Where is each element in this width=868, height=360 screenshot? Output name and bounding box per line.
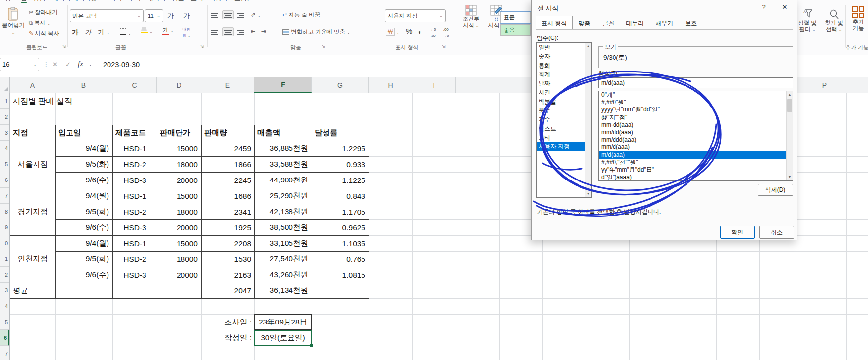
number-format-select[interactable]: 사용자 지정⌄ [385, 9, 446, 22]
table-header-지점[interactable]: 지점 [10, 125, 56, 141]
align-left-button[interactable] [211, 29, 218, 35]
data-cell[interactable]: 27,540천원 [255, 252, 312, 267]
underline-chevron[interactable]: ⌄ [107, 30, 110, 35]
average-cell[interactable]: 평균 [10, 283, 56, 299]
data-cell[interactable]: 15000 [157, 141, 202, 157]
data-cell[interactable]: 9/4(월) [56, 188, 113, 204]
data-cell[interactable]: 18000 [157, 252, 202, 267]
scroll-up-icon[interactable]: ▲ [787, 91, 793, 98]
category-item-숫자[interactable]: 숫자 [537, 52, 591, 61]
column-header-C[interactable]: C [112, 77, 157, 93]
row-header-11[interactable]: 1 [0, 251, 9, 267]
data-cell[interactable]: 1.2295 [312, 141, 369, 157]
scroll-down-icon[interactable]: ▼ [585, 190, 591, 197]
dialog-tab-보호[interactable]: 보호 [679, 17, 703, 30]
data-cell[interactable]: 0.843 [312, 188, 369, 204]
row-header-8[interactable]: 8 [0, 204, 9, 219]
select-all-corner[interactable] [0, 77, 10, 93]
category-item-통화[interactable]: 통화 [537, 61, 591, 70]
column-header-D[interactable]: D [157, 77, 201, 93]
format-item[interactable]: d"일"(aaaa) [599, 174, 793, 181]
font-dialog-launcher[interactable]: ⇲ [200, 44, 204, 49]
ribbon-tab-데이터[interactable]: 데이터 [147, 0, 166, 3]
column-header-A[interactable]: A [10, 77, 55, 93]
ribbon-tab-삽입[interactable]: 삽입 [34, 0, 46, 3]
data-cell[interactable]: 9/6(수) [56, 220, 113, 236]
orientation-button[interactable]: ⇗ ⌄ [251, 11, 261, 18]
copy-button[interactable]: ⧉ 복사 ⌄ [29, 19, 50, 27]
row-header-7[interactable]: 7 [0, 188, 9, 204]
bold-button[interactable]: 가 [72, 28, 78, 36]
data-cell[interactable]: HSD-1 [113, 141, 157, 157]
data-cell[interactable]: 9/6(수) [56, 173, 113, 188]
data-cell[interactable]: 25,290천원 [255, 188, 312, 204]
name-box-chevron[interactable]: ⌄ [33, 62, 36, 67]
row-header-5[interactable]: 5 [0, 156, 9, 172]
data-cell[interactable]: 0.765 [312, 252, 369, 267]
data-cell[interactable]: 9/5(화) [56, 157, 113, 173]
italic-button[interactable]: 가 [85, 28, 91, 36]
table-header-판매량[interactable]: 판매량 [202, 125, 255, 141]
row-header-4[interactable]: 4 [0, 141, 9, 156]
data-cell[interactable]: 1.1705 [312, 204, 369, 220]
scroll-down-icon[interactable]: ▼ [787, 174, 793, 180]
format-item[interactable]: #,##0,"천""원" [599, 159, 793, 166]
data-cell[interactable]: 9/4(월) [56, 236, 113, 252]
wrap-text-button[interactable]: ↵ 자동 줄 바꿈 [282, 11, 320, 19]
branch-cell-경기지점[interactable]: 경기지점 [10, 188, 56, 236]
category-item-회계[interactable]: 회계 [537, 70, 591, 79]
category-item-백분율[interactable]: 백분율 [537, 97, 591, 106]
addins-button[interactable]: 추가기능 [849, 6, 867, 32]
table-header-달성률[interactable]: 달성률 [312, 125, 369, 141]
format-item[interactable]: @"지""점" [599, 114, 793, 121]
align-bottom-button[interactable] [237, 12, 244, 18]
format-item[interactable]: mm/d(aaa) [599, 144, 793, 151]
data-cell[interactable]: 20000 [157, 220, 202, 236]
dialog-tab-글꼴[interactable]: 글꼴 [596, 17, 620, 30]
column-header-E[interactable]: E [201, 77, 254, 93]
format-item[interactable]: #,##0"원" [599, 99, 793, 106]
ribbon-tab-페이지 레이아웃[interactable]: 페이지 레이아웃 [52, 0, 97, 3]
percent-style-button[interactable]: % [406, 27, 412, 35]
align-middle-button[interactable] [222, 10, 234, 19]
data-cell[interactable]: 15000 [157, 188, 202, 204]
ribbon-tab-자동화[interactable]: 자동화 [209, 0, 228, 3]
data-cell[interactable]: 18000 [157, 204, 202, 220]
cell-style-good[interactable]: 좋음 [500, 24, 531, 36]
category-listbox[interactable]: 일반숫자통화회계날짜시간백분율분수지수텍스트기타사용자 지정 ▲ ▼ [536, 42, 592, 198]
column-header-G[interactable]: G [312, 77, 369, 93]
data-cell[interactable]: 2163 [202, 267, 255, 283]
category-scrollbar[interactable]: ▲ ▼ [585, 43, 591, 197]
category-item-시간[interactable]: 시간 [537, 88, 591, 97]
comma-style-button[interactable]: , [418, 25, 421, 35]
data-cell[interactable]: 20000 [157, 173, 202, 188]
category-item-사용자 지정[interactable]: 사용자 지정 [537, 142, 591, 151]
table-header-입고일[interactable]: 입고일 [56, 125, 113, 141]
dialog-close-icon[interactable]: ✕ [780, 3, 789, 12]
active-cell-f16[interactable]: 30일(토요일) [254, 330, 312, 346]
data-cell[interactable]: 1.1225 [312, 173, 369, 188]
data-cell[interactable]: 43,260천원 [255, 267, 312, 283]
merge-center-button[interactable]: 병합하고 가운데 맞춤 ⌄ [282, 28, 350, 36]
column-header-B[interactable]: B [55, 77, 112, 93]
cell-style-normal[interactable]: 표준 [500, 12, 531, 23]
fill-color-button[interactable]: ⌄ [141, 27, 153, 34]
cancel-button[interactable]: 취소 [760, 226, 794, 239]
data-cell[interactable]: 1866 [202, 157, 255, 173]
survey-date-value-cell[interactable]: 23年09月28日 [254, 314, 312, 330]
category-item-날짜[interactable]: 날짜 [537, 79, 591, 88]
ribbon-tab-수식[interactable]: 수식 [128, 0, 141, 3]
data-cell[interactable]: HSD-3 [113, 173, 157, 188]
conditional-formatting-button[interactable]: 조건부서식 ⌄ [458, 5, 484, 29]
table-header-매출액[interactable]: 매출액 [255, 125, 312, 141]
row-header-14[interactable]: 4 [0, 298, 9, 314]
increase-indent-button[interactable]: ⇥ [261, 28, 266, 35]
fill-handle[interactable] [310, 344, 313, 347]
data-cell[interactable]: 42,138천원 [255, 204, 312, 220]
data-cell[interactable]: 9/5(화) [56, 204, 113, 220]
formula-bar-grip[interactable]: ⋮ [43, 61, 49, 68]
data-cell[interactable]: 33,105천원 [255, 236, 312, 252]
increase-decimal-button[interactable]: ←0.00 [430, 26, 436, 39]
data-cell[interactable]: 9/5(화) [56, 252, 113, 267]
decrease-decimal-button[interactable]: .00→0 [443, 26, 449, 39]
